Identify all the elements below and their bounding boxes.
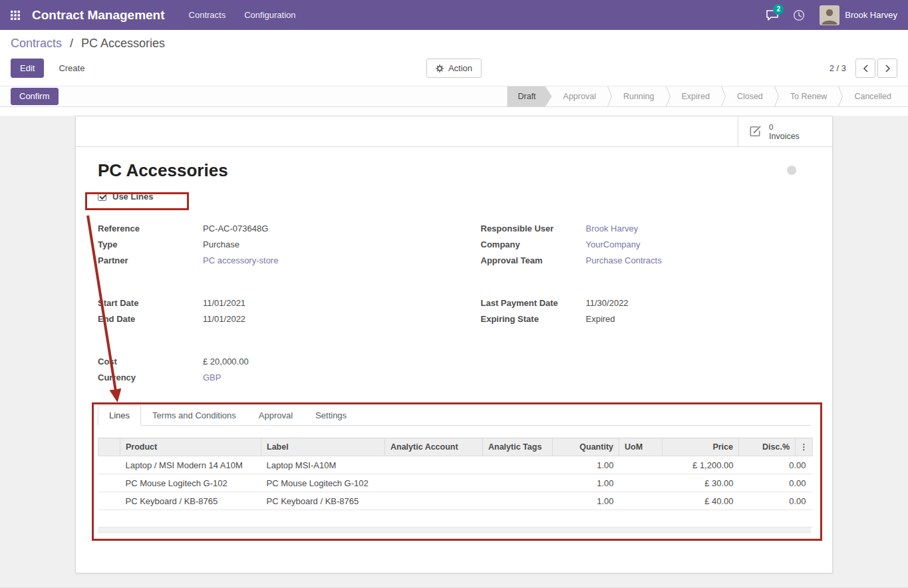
- col-analytic-account[interactable]: Analytic Account: [385, 438, 483, 456]
- gear-icon: [436, 65, 444, 73]
- cp-center: Action: [426, 59, 482, 78]
- control-panel: Contracts / PC Accessories Edit Create: [0, 30, 908, 86]
- lines-header-row: Product Label Analytic Account Analytic …: [98, 438, 813, 456]
- action-menu-button[interactable]: Action: [426, 59, 482, 78]
- status-step-closed[interactable]: Closed: [726, 86, 774, 107]
- field-label: Responsible User: [481, 221, 586, 237]
- cell-quantity: 1.00: [553, 456, 619, 474]
- partner-link[interactable]: PC accessory-store: [203, 253, 278, 269]
- menu-contracts[interactable]: Contracts: [181, 1, 234, 29]
- status-separator: [774, 86, 779, 107]
- cell-analytic-account: [385, 456, 483, 474]
- grid-icon: [11, 11, 20, 20]
- cell-analytic-tags: [483, 474, 553, 492]
- table-row[interactable]: Laptop / MSI Modern 14 A10M Laptop MSI-A…: [98, 456, 813, 474]
- status-step-draft[interactable]: Draft: [507, 86, 551, 107]
- breadcrumb-separator: /: [70, 37, 73, 50]
- create-button[interactable]: Create: [49, 59, 94, 78]
- col-analytic-tags[interactable]: Analytic Tags: [483, 438, 553, 456]
- cell-uom: [619, 456, 663, 474]
- field-currency: Currency GBP: [98, 370, 428, 386]
- status-step-to-renew[interactable]: To Renew: [779, 86, 839, 107]
- cell-analytic-tags: [483, 492, 553, 510]
- field-label: Company: [481, 237, 586, 253]
- field-column-right: Last Payment Date 11/30/2022 Expiring St…: [481, 295, 812, 327]
- invoices-stat-button[interactable]: 0 Invoices: [738, 116, 832, 146]
- company-link[interactable]: YourCompany: [586, 237, 641, 253]
- field-label: Expiring State: [481, 311, 586, 327]
- pencil-square-icon: [748, 124, 763, 139]
- status-step-running[interactable]: Running: [612, 86, 666, 107]
- row-handle: [98, 492, 120, 510]
- cell-price: £ 40.00: [663, 492, 739, 510]
- col-quantity[interactable]: Quantity: [553, 438, 619, 456]
- status-step-cancelled[interactable]: Cancelled: [843, 86, 903, 107]
- pager-count: 2 / 3: [830, 63, 846, 73]
- empty-row: [98, 510, 813, 527]
- tab-settings[interactable]: Settings: [304, 405, 358, 426]
- pager-previous-button[interactable]: [855, 59, 875, 78]
- form-view: 0 Invoices PC Accessories Use Lines: [0, 116, 908, 588]
- table-row[interactable]: PC Keyboard / KB-8765 PC Keyboard / KB-8…: [98, 492, 813, 510]
- invoices-label: Invoices: [769, 132, 800, 141]
- user-name: Brook Harvey: [845, 10, 897, 20]
- action-button-label: Action: [448, 63, 472, 73]
- tab-terms-and-conditions[interactable]: Terms and Conditions: [141, 405, 247, 426]
- currency-link[interactable]: GBP: [203, 370, 221, 386]
- navbar-left: Contract Management Contracts Configurat…: [5, 0, 304, 30]
- sheet-top-strip: 0 Invoices: [76, 116, 832, 147]
- col-uom[interactable]: UoM: [619, 438, 663, 456]
- status-step-approval[interactable]: Approval: [552, 86, 607, 107]
- col-price[interactable]: Price: [663, 438, 739, 456]
- use-lines-checkbox[interactable]: [98, 192, 106, 201]
- apps-menu-icon[interactable]: [5, 0, 25, 30]
- field-group-dates: Start Date 11/01/2021 End Date 11/01/202…: [98, 295, 811, 327]
- cell-quantity: 1.00: [553, 492, 619, 510]
- confirm-button[interactable]: Confirm: [11, 88, 59, 105]
- field-value: 11/30/2022: [586, 295, 629, 311]
- statusbar: Confirm Draft Approval Running Expired C…: [0, 86, 908, 107]
- row-handle-column-header: [98, 438, 120, 456]
- approval-team-link[interactable]: Purchase Contracts: [586, 253, 662, 269]
- invoices-count: 0: [769, 122, 773, 132]
- field-group-cost: Cost £ 20,000.00 Currency GBP: [98, 354, 811, 386]
- cell-label: Laptop MSI-A10M: [261, 456, 385, 474]
- pager-next-button[interactable]: [877, 59, 897, 78]
- record-title: PC Accessories: [98, 160, 787, 181]
- table-row[interactable]: PC Mouse Logitech G-102 PC Mouse Logitec…: [98, 474, 813, 492]
- status-step-expired[interactable]: Expired: [671, 86, 721, 107]
- row-handle: [98, 474, 120, 492]
- activities-clock-icon[interactable]: [788, 0, 810, 30]
- status-steps: Draft Approval Running Expired Closed To…: [507, 86, 903, 107]
- status-separator: [666, 86, 671, 107]
- lines-tab-pane: Product Label Analytic Account Analytic …: [98, 426, 811, 533]
- field-label: End Date: [98, 311, 203, 327]
- field-label: Approval Team: [481, 253, 586, 269]
- cell-price: £ 30.00: [663, 474, 739, 492]
- field-approval-team: Approval Team Purchase Contracts: [481, 253, 812, 269]
- cell-uom: [619, 474, 663, 492]
- breadcrumb-contracts[interactable]: Contracts: [11, 37, 62, 50]
- cell-disc: 0.00: [739, 474, 813, 492]
- field-label: Cost: [98, 354, 203, 370]
- col-label[interactable]: Label: [261, 438, 385, 456]
- user-menu[interactable]: Brook Harvey: [814, 5, 897, 25]
- optional-columns-icon[interactable]: ⋮: [796, 438, 813, 456]
- field-group-main: Reference PC-AC-073648G Type Purchase Pa…: [98, 221, 811, 269]
- field-expiring-state: Expiring State Expired: [481, 311, 812, 327]
- notebook: Lines Terms and Conditions Approval Sett…: [98, 404, 811, 533]
- responsible-user-link[interactable]: Brook Harvey: [586, 221, 639, 237]
- breadcrumb: Contracts / PC Accessories: [11, 37, 897, 51]
- field-end-date: End Date 11/01/2022: [98, 311, 428, 327]
- col-product[interactable]: Product: [120, 438, 261, 456]
- field-company: Company YourCompany: [481, 237, 812, 253]
- tab-lines[interactable]: Lines: [98, 405, 141, 426]
- menu-configuration[interactable]: Configuration: [236, 1, 303, 29]
- tab-approval[interactable]: Approval: [247, 405, 304, 426]
- col-disc[interactable]: Disc.%: [739, 438, 796, 456]
- stat-button-box: 0 Invoices: [738, 116, 832, 146]
- messages-icon[interactable]: 2: [761, 0, 784, 30]
- edit-button[interactable]: Edit: [11, 59, 44, 78]
- title-row: PC Accessories: [98, 156, 811, 188]
- list-footer: [98, 527, 811, 533]
